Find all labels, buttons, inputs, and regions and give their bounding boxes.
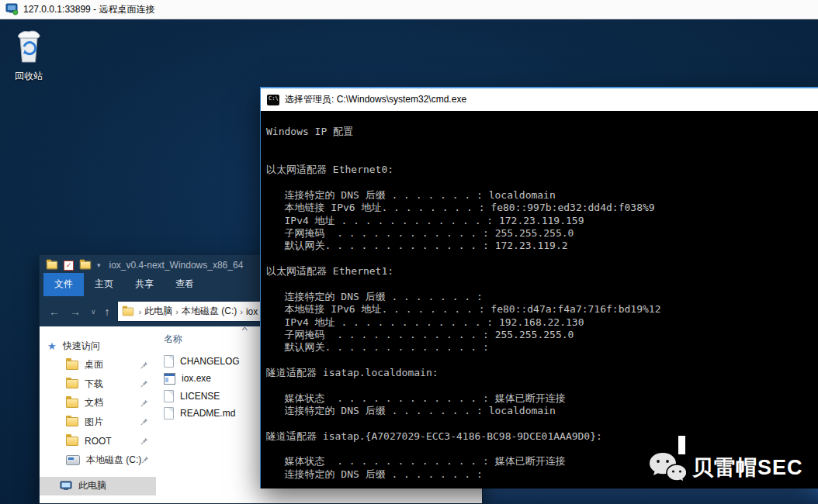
- folder-documents-icon: [66, 399, 78, 408]
- sidebar-item-this-pc[interactable]: 此电脑: [40, 477, 156, 496]
- pin-icon: [141, 453, 149, 467]
- quick-access-label: 快速访问: [63, 340, 100, 353]
- explorer-window-title: iox_v0.4-next_Windows_x86_64: [109, 260, 244, 271]
- sidebar-item-下载[interactable]: 下载: [40, 375, 156, 394]
- folder-downloads-icon: [66, 379, 78, 388]
- remote-desktop-screen: 127.0.0.1:33899 - 远程桌面连接 回收站 ✓ ▾ iox_v0.…: [0, 0, 818, 504]
- sidebar-item-本地磁盘 (C:)[interactable]: 本地磁盘 (C:): [40, 450, 156, 470]
- pin-icon: [140, 415, 148, 429]
- pin-icon: [140, 377, 148, 391]
- cmd-console[interactable]: Windows IP 配置 以太网适配器 Ethernet0: 连接特定的 DN…: [261, 111, 818, 488]
- folder-desktop-icon: [66, 361, 78, 370]
- folder-pictures-icon: [66, 417, 78, 426]
- breadcrumb-chevron-icon: ›: [174, 307, 180, 316]
- explorer-window-icon: [47, 261, 57, 270]
- drive-icon: [66, 455, 80, 465]
- recycle-bin-shortcut[interactable]: 回收站: [8, 28, 50, 83]
- watermark-text: 贝雷帽SEC: [692, 454, 803, 482]
- sidebar-item-文档[interactable]: 文档: [40, 394, 156, 413]
- recent-locations-icon[interactable]: ∨: [91, 308, 96, 316]
- breadcrumb-item[interactable]: 本地磁盘 (C:): [180, 305, 238, 318]
- breadcrumb-chevron-icon: ›: [137, 307, 144, 316]
- sidebar-item-桌面[interactable]: 桌面: [40, 356, 156, 375]
- cmd-window-title: 选择管理员: C:\Windows\system32\cmd.exe: [285, 93, 466, 106]
- folder-icon: [66, 437, 78, 446]
- document-icon: [164, 355, 174, 368]
- breadcrumb-item[interactable]: iox: [244, 306, 259, 317]
- sidebar-item-quick-access[interactable]: ★ 快速访问: [40, 337, 156, 356]
- explorer-tab-0[interactable]: 文件: [43, 273, 84, 296]
- quick-access-star-icon: ★: [47, 340, 57, 352]
- application-icon: [164, 373, 175, 385]
- qat-folder-icon[interactable]: [80, 261, 91, 270]
- sidebar-item-ROOT[interactable]: ROOT: [40, 432, 156, 451]
- recycle-bin-label: 回收站: [8, 70, 50, 83]
- navigation-pane: ★ 快速访问 桌面 下载 文档: [40, 326, 156, 503]
- this-pc-icon: [60, 481, 72, 492]
- breadcrumb-chevron-icon: ›: [238, 307, 244, 316]
- breadcrumb-item[interactable]: 此电脑: [143, 305, 174, 318]
- rdp-connection-bar[interactable]: 127.0.0.1:33899 - 远程桌面连接: [0, 0, 818, 19]
- forward-icon[interactable]: →: [70, 306, 81, 318]
- cmd-output: Windows IP 配置 以太网适配器 Ethernet0: 连接特定的 DN…: [261, 111, 818, 481]
- quick-access-list: 桌面 下载 文档 图片: [40, 356, 156, 470]
- pin-icon: [140, 396, 148, 410]
- document-icon: [164, 407, 174, 419]
- cmd-window[interactable]: C:\ 选择管理员: C:\Windows\system32\cmd.exe W…: [260, 87, 818, 488]
- cmd-titlebar[interactable]: C:\ 选择管理员: C:\Windows\system32\cmd.exe: [261, 88, 818, 111]
- qat-check-icon[interactable]: ✓: [64, 261, 74, 271]
- breadcrumb: ›此电脑›本地磁盘 (C:)›iox: [137, 305, 260, 318]
- watermark: 贝雷帽SEC: [649, 434, 812, 488]
- this-pc-label: 此电脑: [78, 479, 106, 492]
- wallpaper-light-band: [466, 487, 818, 504]
- wechat-icon: [649, 451, 686, 484]
- document-icon: [164, 390, 174, 402]
- sort-ascending-icon[interactable]: ^: [242, 326, 248, 335]
- recycle-bin-icon: [13, 28, 44, 65]
- explorer-tab-1[interactable]: 主页: [84, 273, 124, 296]
- sidebar-item-图片[interactable]: 图片: [40, 413, 156, 432]
- qat-dropdown-icon[interactable]: ▾: [97, 261, 101, 269]
- rdp-icon: [5, 3, 19, 16]
- explorer-tab-3[interactable]: 查看: [165, 273, 205, 296]
- cmd-icon: C:\: [267, 95, 279, 105]
- back-icon[interactable]: ←: [49, 306, 60, 318]
- explorer-tab-2[interactable]: 共享: [124, 273, 165, 296]
- up-icon[interactable]: ↑: [105, 306, 110, 318]
- pin-icon: [140, 434, 148, 448]
- pin-icon: [140, 358, 148, 372]
- address-folder-icon: [122, 307, 133, 316]
- rdp-title: 127.0.0.1:33899 - 远程桌面连接: [23, 3, 154, 16]
